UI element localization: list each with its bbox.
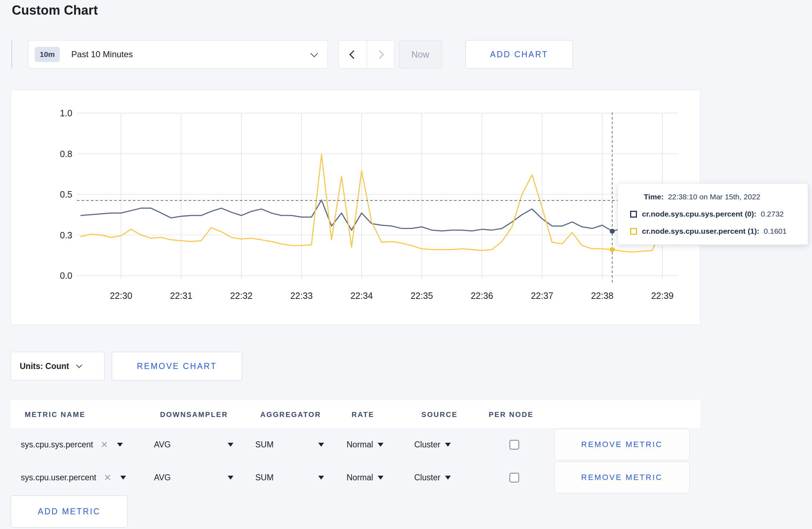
tooltip-time-value: 22:38:10 on Mar 15th, 2022 <box>668 193 760 201</box>
y-tick-label: 0.8 <box>44 149 72 159</box>
chart-tooltip: Time: 22:38:10 on Mar 15th, 2022 cr.node… <box>618 183 808 245</box>
caret-down-icon <box>228 443 233 447</box>
caret-down-icon <box>318 443 324 447</box>
col-header-per-node: PER NODE <box>489 411 533 419</box>
tooltip-series-value: 0.2732 <box>761 210 784 218</box>
next-window-button[interactable] <box>367 40 395 68</box>
rate-select[interactable]: Normal <box>347 428 383 461</box>
source-value: Cluster <box>414 473 440 482</box>
rate-select[interactable]: Normal <box>347 461 383 494</box>
series-swatch-icon <box>630 228 637 235</box>
time-window-nav <box>338 40 395 69</box>
prev-window-button[interactable] <box>339 40 367 68</box>
add-chart-button[interactable]: ADD CHART <box>465 40 573 69</box>
x-tick-label: 22:31 <box>160 291 203 301</box>
clear-metric-icon[interactable]: ✕ <box>101 440 108 450</box>
y-tick-label: 1.0 <box>44 108 72 118</box>
downsampler-value: AVG <box>154 440 171 450</box>
tooltip-series-value: 0.1601 <box>764 227 787 236</box>
per-node-checkbox[interactable] <box>509 440 519 450</box>
now-button[interactable]: Now <box>399 40 442 69</box>
chevron-down-icon <box>310 49 318 57</box>
page-title: Custom Chart <box>12 3 98 18</box>
tooltip-series-row: cr.node.sys.cpu.user.percent (1): 0.1601 <box>630 227 797 236</box>
time-range-label: Past 10 Minutes <box>71 49 133 59</box>
source-value: Cluster <box>414 440 440 450</box>
col-header-aggregator: AGGREGATOR <box>260 411 321 419</box>
chevron-right-icon <box>375 50 384 59</box>
metric-name-select[interactable]: sys.cpu.user.percent ✕ <box>21 461 126 494</box>
y-tick-label: 0.5 <box>44 189 72 200</box>
per-node-cell <box>509 461 519 494</box>
custom-chart-page: Custom Chart 10m Past 10 Minutes Now ADD… <box>0 0 812 529</box>
caret-down-icon <box>378 443 383 447</box>
remove-chart-button[interactable]: REMOVE CHART <box>112 352 242 380</box>
per-node-cell <box>509 428 519 461</box>
x-tick-label: 22:38 <box>581 291 624 301</box>
time-range-badge: 10m <box>35 47 60 62</box>
x-tick-label: 22:36 <box>460 291 503 301</box>
x-tick-label: 22:39 <box>641 291 684 301</box>
aggregator-select[interactable]: SUM <box>255 461 324 494</box>
x-tick-label: 22:34 <box>340 291 383 301</box>
rate-value: Normal <box>347 440 373 450</box>
caret-down-icon <box>318 476 324 480</box>
tooltip-time-label: Time: <box>644 193 664 201</box>
add-metric-button[interactable]: ADD METRIC <box>11 495 127 528</box>
x-tick-label: 22:30 <box>100 291 142 301</box>
y-tick-label: 0.0 <box>44 270 72 281</box>
remove-metric-button[interactable]: REMOVE METRIC <box>554 462 690 493</box>
col-header-downsampler: DOWNSAMPLER <box>160 411 228 419</box>
caret-down-icon <box>120 476 126 480</box>
remove-metric-cell: REMOVE METRIC <box>554 428 690 461</box>
downsampler-select[interactable]: AVG <box>154 428 233 461</box>
metric-name-select[interactable]: sys.cpu.sys.percent ✕ <box>21 428 123 461</box>
aggregator-value: SUM <box>255 440 274 450</box>
toolbar-divider <box>11 40 12 69</box>
clear-metric-icon[interactable]: ✕ <box>104 472 111 483</box>
col-header-rate: RATE <box>352 411 374 419</box>
rate-value: Normal <box>347 473 373 482</box>
caret-down-icon <box>117 443 123 447</box>
remove-metric-cell: REMOVE METRIC <box>554 461 690 494</box>
tooltip-series-label: cr.node.sys.cpu.sys.percent (0): <box>642 210 757 218</box>
units-label: Units: Count <box>20 361 69 371</box>
caret-down-icon <box>228 476 233 480</box>
remove-metric-button[interactable]: REMOVE METRIC <box>554 429 690 460</box>
per-node-checkbox[interactable] <box>509 473 519 482</box>
downsampler-value: AVG <box>154 473 171 482</box>
x-tick-label: 22:33 <box>280 291 323 301</box>
x-tick-label: 22:35 <box>400 291 443 301</box>
x-tick-label: 22:37 <box>521 291 564 301</box>
col-header-source: SOURCE <box>421 411 458 419</box>
tooltip-time-row: Time: 22:38:10 on Mar 15th, 2022 <box>644 193 797 201</box>
x-tick-label: 22:32 <box>220 291 263 301</box>
caret-down-icon <box>378 476 383 480</box>
caret-down-icon <box>445 476 451 480</box>
col-header-metric-name: METRIC NAME <box>25 411 86 419</box>
chevron-down-icon <box>76 362 82 368</box>
metric-name-value: sys.cpu.user.percent <box>21 473 96 482</box>
aggregator-value: SUM <box>255 473 274 482</box>
units-select[interactable]: Units: Count <box>11 352 105 380</box>
chart-svg[interactable] <box>77 107 678 286</box>
source-select[interactable]: Cluster <box>414 428 451 461</box>
y-tick-label: 0.3 <box>44 230 72 241</box>
series-swatch-icon <box>630 211 637 218</box>
tooltip-series-label: cr.node.sys.cpu.user.percent (1): <box>642 227 759 236</box>
time-range-select[interactable]: 10m Past 10 Minutes <box>28 40 328 69</box>
chevron-left-icon <box>349 50 358 59</box>
metric-name-value: sys.cpu.sys.percent <box>21 440 93 450</box>
source-select[interactable]: Cluster <box>414 461 451 494</box>
downsampler-select[interactable]: AVG <box>154 461 233 494</box>
caret-down-icon <box>445 443 451 447</box>
tooltip-series-row: cr.node.sys.cpu.sys.percent (0): 0.2732 <box>630 210 797 218</box>
aggregator-select[interactable]: SUM <box>255 428 324 461</box>
